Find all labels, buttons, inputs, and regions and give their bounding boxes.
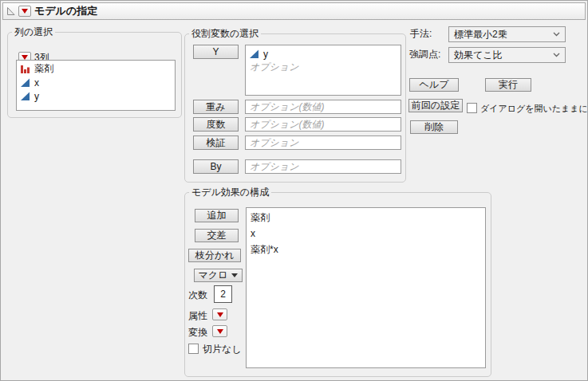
validation-role-placeholder: オプション: [246, 136, 401, 150]
macros-dropdown-arrow-icon: [231, 273, 238, 277]
dialog-title: モデルの指定: [34, 4, 97, 18]
assigned-column-name: y: [263, 49, 268, 60]
cross-effect-button[interactable]: 交差: [195, 229, 239, 242]
freq-role-placeholder: オプション(数値): [246, 118, 401, 132]
recall-button-label: 前回の設定: [412, 99, 460, 112]
dialog-title-bar: モデルの指定: [2, 2, 586, 20]
by-role-button-label: By: [210, 161, 221, 172]
red-triangle-icon: [217, 312, 223, 317]
help-button-label: ヘルプ: [420, 78, 449, 92]
freq-role-button[interactable]: 度数: [193, 117, 239, 132]
model-effect-item[interactable]: x: [247, 226, 485, 242]
continuous-column-icon: [20, 77, 30, 88]
freq-role-box[interactable]: オプション(数値): [245, 117, 401, 132]
role-selection-group-label: 役割変数の選択: [189, 28, 261, 40]
transform-red-menu-button[interactable]: [212, 325, 227, 337]
by-role-placeholder: オプション: [246, 160, 401, 174]
attributes-label: 属性: [188, 310, 207, 322]
model-effect-item[interactable]: 薬剤: [247, 210, 485, 226]
validation-role-button-label: 検証: [207, 136, 226, 150]
help-button[interactable]: ヘルプ: [409, 78, 459, 92]
column-list-item[interactable]: x: [17, 76, 175, 89]
column-name: 薬剤: [34, 62, 53, 76]
column-name: y: [34, 91, 39, 102]
y-role-button[interactable]: Y: [193, 45, 239, 59]
column-list-item[interactable]: 薬剤: [17, 62, 175, 76]
model-effects-list[interactable]: 薬剤 x 薬剤*x: [246, 207, 486, 368]
column-list-item[interactable]: y: [17, 89, 175, 103]
emphasis-value: 効果てこ比: [454, 49, 503, 62]
nest-effect-button[interactable]: 枝分かれ: [188, 249, 241, 262]
validation-role-button[interactable]: 検証: [193, 136, 239, 150]
remove-button-label: 削除: [424, 120, 444, 134]
title-red-menu-button[interactable]: [18, 6, 31, 17]
continuous-column-icon: [249, 49, 259, 59]
column-list[interactable]: 薬剤 x y: [16, 60, 176, 111]
role-selection-group: 役割変数の選択 Y y オプション 重み オプション(数値) 度数 オプション(…: [184, 33, 406, 183]
dropdown-chevron-icon: [553, 53, 560, 57]
model-effects-group: モデル効果の構成 追加 交差 枝分かれ マクロ 次数 2 属性 変換 切片なし …: [184, 192, 491, 377]
run-button[interactable]: 実行: [485, 78, 531, 92]
column-selection-group: 列の選択 3列 薬剤 x: [7, 32, 182, 118]
continuous-column-icon: [20, 91, 30, 101]
nominal-column-icon: [20, 64, 30, 74]
weight-role-button-label: 重み: [206, 100, 225, 114]
no-intercept-label[interactable]: 切片なし: [203, 344, 242, 355]
red-triangle-icon: [22, 9, 28, 14]
run-button-label: 実行: [499, 78, 518, 92]
red-triangle-icon: [217, 329, 223, 334]
y-role-box[interactable]: y オプション: [245, 45, 401, 96]
y-role-button-label: Y: [212, 46, 219, 57]
degree-label: 次数: [188, 289, 207, 301]
keep-dialog-open-checkbox[interactable]: [467, 103, 477, 113]
attributes-red-menu-button[interactable]: [212, 308, 227, 320]
weight-role-placeholder: オプション(数値): [246, 100, 401, 114]
validation-role-box[interactable]: オプション: [245, 136, 401, 150]
disclosure-triangle-icon[interactable]: [6, 6, 15, 16]
y-assigned-item[interactable]: y: [246, 47, 401, 61]
model-specification-dialog: モデルの指定 列の選択 3列 薬剤 x: [0, 0, 588, 381]
add-effect-button-label: 追加: [207, 209, 227, 222]
nest-effect-button-label: 枝分かれ: [195, 249, 235, 262]
column-selection-group-label: 列の選択: [12, 26, 55, 38]
degree-input[interactable]: 2: [214, 285, 232, 303]
recall-button[interactable]: 前回の設定: [408, 99, 463, 112]
cross-effect-button-label: 交差: [207, 229, 227, 242]
model-effects-group-label: モデル効果の構成: [189, 187, 271, 198]
no-intercept-checkbox[interactable]: [188, 344, 199, 354]
personality-value: 標準最小2乗: [454, 28, 507, 41]
transform-label: 変換: [188, 327, 207, 339]
by-role-button[interactable]: By: [193, 159, 239, 174]
degree-value: 2: [220, 289, 226, 300]
remove-button[interactable]: 削除: [410, 120, 458, 134]
emphasis-dropdown[interactable]: 効果てこ比: [448, 47, 566, 63]
model-effect-item[interactable]: 薬剤*x: [247, 242, 485, 257]
freq-role-button-label: 度数: [207, 118, 226, 132]
macros-button[interactable]: マクロ: [194, 269, 243, 282]
keep-dialog-open-label[interactable]: ダイアログを開いたままにする: [480, 103, 588, 115]
dropdown-chevron-icon: [553, 32, 560, 37]
personality-dropdown[interactable]: 標準最小2乗: [448, 26, 566, 42]
column-name: x: [34, 77, 39, 88]
weight-role-box[interactable]: オプション(数値): [245, 100, 401, 114]
weight-role-button[interactable]: 重み: [193, 100, 239, 114]
by-role-box[interactable]: オプション: [245, 159, 401, 174]
personality-label: 手法:: [410, 28, 432, 40]
y-role-placeholder: オプション: [246, 61, 401, 74]
macros-button-label: マクロ: [199, 269, 228, 282]
add-effect-button[interactable]: 追加: [195, 209, 239, 222]
emphasis-label: 強調点:: [409, 49, 440, 61]
